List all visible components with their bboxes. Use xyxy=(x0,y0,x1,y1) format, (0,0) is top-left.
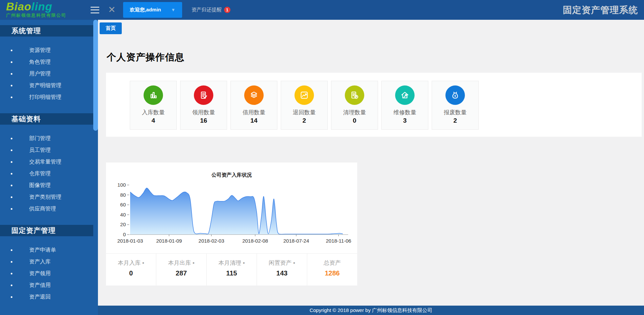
bullet-icon xyxy=(11,149,12,151)
bullet-icon xyxy=(11,173,12,175)
chart-area: 0204060801002018-01-032018-01-092018-02-… xyxy=(106,180,357,252)
bullet-icon xyxy=(11,273,12,274)
svg-text:2018-02-08: 2018-02-08 xyxy=(242,238,268,244)
sidebar-item-department-mgmt[interactable]: 部门管理 xyxy=(0,133,93,144)
layers-icon xyxy=(244,85,264,105)
app-logo: Biaoling 广州标领信息科技有限公司 xyxy=(0,1,90,18)
trend-chart-icon xyxy=(294,85,314,105)
svg-text:20: 20 xyxy=(120,222,126,227)
tab-home[interactable]: 首页 xyxy=(100,22,122,34)
close-icon[interactable]: ✕ xyxy=(108,5,116,14)
sidebar-item-label: 资产申请单 xyxy=(29,247,56,254)
asset-area-chart: 0204060801002018-01-032018-01-092018-02-… xyxy=(106,180,354,251)
reminder-count-badge: 1 xyxy=(224,7,230,13)
sidebar-item-label: 资源管理 xyxy=(29,47,51,54)
svg-text:2018-11-06: 2018-11-06 xyxy=(326,238,352,244)
sidebar-section-fixed-asset[interactable]: 固定资产管理 xyxy=(0,225,93,236)
sidebar-item-label: 资产明细管理 xyxy=(29,82,61,89)
sidebar-item-print-detail-mgmt[interactable]: 打印明细管理 xyxy=(0,91,93,103)
repair-home-icon xyxy=(395,85,415,105)
stat-card-inbound[interactable]: 入库数量 4 xyxy=(130,81,177,130)
sidebar-item-label: 资产借用 xyxy=(29,282,51,289)
sidebar-item-asset-return[interactable]: 资产退回 xyxy=(0,291,93,303)
stat-card-value: 2 xyxy=(281,117,327,124)
stat-card-scrap[interactable]: $ 报废数量 2 xyxy=(432,81,479,130)
sidebar-item-asset-category-mgmt[interactable]: 资产类别管理 xyxy=(0,191,93,203)
main-content: 首页 个人资产操作信息 入库数量 4 领用数量 16 xyxy=(98,20,644,306)
reminder-label: 资产归还提醒 xyxy=(192,7,222,13)
bullet-icon xyxy=(11,296,12,298)
stat-card-value: 14 xyxy=(231,117,277,124)
bullet-icon xyxy=(11,285,12,286)
bullet-icon xyxy=(11,161,12,163)
sidebar-section-basic-data[interactable]: 基础资料 xyxy=(0,113,93,125)
stat-card-repair[interactable]: 维修数量 3 xyxy=(381,81,428,130)
stat-card-label: 领用数量 xyxy=(180,109,227,116)
summary-month-inbound: 本月入库 • 0 xyxy=(106,254,156,286)
sidebar-item-label: 角色管理 xyxy=(29,59,51,66)
svg-text:$: $ xyxy=(454,94,456,98)
sidebar-item-resource-mgmt[interactable]: 资源管理 xyxy=(0,45,93,56)
sidebar-item-image-mgmt[interactable]: 图像管理 xyxy=(0,180,93,191)
sidebar-item-asset-detail-mgmt[interactable]: 资产明细管理 xyxy=(0,80,93,91)
bullet-icon xyxy=(11,185,12,186)
sidebar-item-trade-constant-mgmt[interactable]: 交易常量管理 xyxy=(0,156,93,168)
stat-card-label: 维修数量 xyxy=(382,109,428,116)
bullet-icon xyxy=(11,97,12,98)
sidebar-list-basic-data: 部门管理 员工管理 交易常量管理 仓库管理 图像管理 资产类别管理 供应商管理 xyxy=(0,125,93,215)
chevron-down-icon: ▼ xyxy=(171,7,175,12)
sidebar-item-label: 资产入库 xyxy=(29,258,51,265)
bullet-icon xyxy=(11,61,12,63)
bullet-icon xyxy=(11,208,12,210)
summary-value: 1286 xyxy=(307,269,357,277)
bullet-icon xyxy=(11,138,12,139)
sidebar-item-label: 资产领用 xyxy=(29,270,51,277)
chart-title: 公司资产入库状况 xyxy=(106,163,357,178)
summary-value: 143 xyxy=(257,269,307,277)
sidebar-item-supplier-mgmt[interactable]: 供应商管理 xyxy=(0,203,93,215)
page-title: 个人资产操作信息 xyxy=(107,51,644,64)
sidebar-scrollbar-thumb[interactable] xyxy=(93,20,98,131)
sidebar-item-asset-borrow[interactable]: 资产借用 xyxy=(0,279,93,291)
sidebar-item-user-mgmt[interactable]: 用户管理 xyxy=(0,68,93,80)
sidebar-section-system[interactable]: 系统管理 xyxy=(0,25,93,37)
sidebar-item-asset-claim[interactable]: 资产领用 xyxy=(0,268,93,279)
sidebar-item-warehouse-mgmt[interactable]: 仓库管理 xyxy=(0,168,93,180)
top-header: Biaoling 广州标领信息科技有限公司 ✕ 欢迎您,admin ▼ 资产归还… xyxy=(0,0,644,20)
sidebar-item-label: 用户管理 xyxy=(29,70,51,77)
sidebar-item-label: 图像管理 xyxy=(29,182,51,189)
stat-card-label: 借用数量 xyxy=(231,109,277,116)
bullet-icon xyxy=(11,249,12,251)
sidebar-list-fixed-asset: 资产申请单 资产入库 资产领用 资产借用 资产退回 xyxy=(0,236,93,303)
svg-text:2018-01-03: 2018-01-03 xyxy=(117,238,143,244)
svg-text:2018-02-03: 2018-02-03 xyxy=(199,238,224,244)
brand-text: Biaoling xyxy=(6,1,90,12)
sidebar-item-asset-inbound[interactable]: 资产入库 xyxy=(0,256,93,268)
copyright-text: Copyright © 2018 power by 广州标领信息科技有限公司 xyxy=(310,307,432,314)
user-dropdown-button[interactable]: 欢迎您,admin ▼ xyxy=(123,2,182,18)
sidebar-nav: 系统管理 资源管理 角色管理 用户管理 资产明细管理 打印明细管理 基础资料 部… xyxy=(0,20,93,315)
stat-card-claim[interactable]: 领用数量 16 xyxy=(180,81,227,130)
stat-card-return[interactable]: 退回数量 2 xyxy=(281,81,328,130)
stat-card-label: 入库数量 xyxy=(130,109,176,116)
asset-return-reminder[interactable]: 资产归还提醒 1 xyxy=(192,7,230,13)
sidebar-scrollbar-track[interactable] xyxy=(93,20,98,315)
summary-label: 闲置资产 • xyxy=(257,259,307,267)
summary-label: 本月出库 • xyxy=(156,259,206,267)
stat-card-cleanup[interactable]: 清理数量 0 xyxy=(331,81,378,130)
sidebar-item-asset-application[interactable]: 资产申请单 xyxy=(0,244,93,256)
brand-part-1: Biao xyxy=(6,0,32,13)
svg-text:80: 80 xyxy=(120,192,126,198)
sidebar-list-system: 资源管理 角色管理 用户管理 资产明细管理 打印明细管理 xyxy=(0,37,93,103)
asset-chart-card: 公司资产入库状况 0204060801002018-01-032018-01-0… xyxy=(106,163,357,286)
bullet-icon xyxy=(11,85,12,86)
sidebar-item-employee-mgmt[interactable]: 员工管理 xyxy=(0,144,93,156)
bullet-icon xyxy=(11,261,12,263)
welcome-label: 欢迎您,admin xyxy=(130,7,161,13)
svg-text:2018-07-24: 2018-07-24 xyxy=(283,238,309,244)
stat-card-borrow[interactable]: 借用数量 14 xyxy=(230,81,277,130)
menu-toggle-icon[interactable] xyxy=(91,7,99,13)
stat-card-value: 3 xyxy=(382,117,428,124)
sidebar-item-role-mgmt[interactable]: 角色管理 xyxy=(0,56,93,68)
footer-bar: Copyright © 2018 power by 广州标领信息科技有限公司 xyxy=(98,306,644,315)
